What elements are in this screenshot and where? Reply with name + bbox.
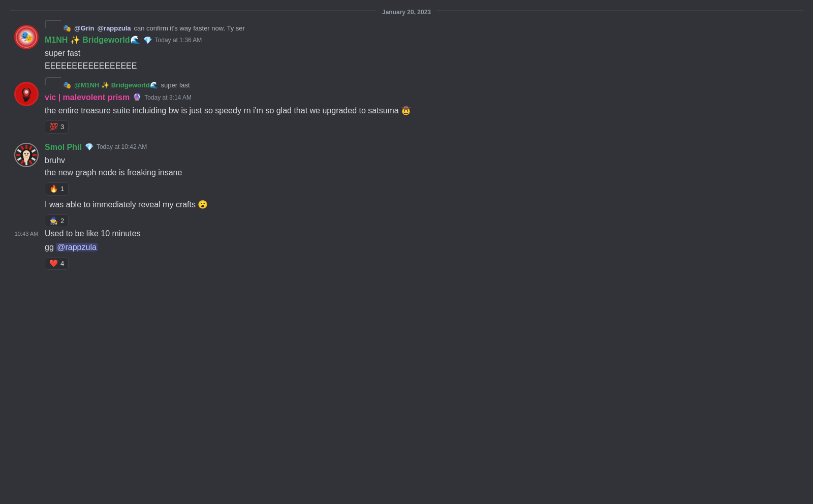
- reaction-fire-smol[interactable]: 🔥 1: [45, 182, 69, 195]
- message-text-gg: gg @rappzula: [45, 242, 805, 253]
- reaction-wizard-crafts[interactable]: 🧙 2: [45, 214, 69, 227]
- message-text-smol-2: the new graph node is freaking insane: [45, 167, 805, 178]
- timestamp-m1nh: Today at 1:36 AM: [155, 36, 202, 45]
- reaction-emoji-wizard: 🧙: [49, 216, 58, 226]
- reply-mention-rappzula[interactable]: @rappzula: [97, 24, 131, 33]
- username-m1nh[interactable]: M1NH ✨ Bridgeworld🌊: [45, 35, 140, 46]
- svg-point-19: [24, 153, 26, 154]
- message-group-vic: 🎭 @M1NH ✨ Bridgeworld🌊 super fast vic | …: [0, 79, 813, 136]
- reply-username-m1nh: @M1NH ✨ Bridgeworld🌊: [74, 81, 158, 90]
- message-group-smol: Smol Phil 💎 Today at 10:42 AM bruhv the …: [0, 140, 813, 198]
- reaction-heart-gg[interactable]: ❤️ 4: [45, 257, 69, 270]
- username-vic[interactable]: vic | malevolent prism: [45, 92, 130, 103]
- continued-message-10min: 10:43 AM Used to be like 10 minutes: [0, 228, 813, 241]
- avatar-col-smol: [8, 142, 45, 196]
- message-group-m1nh: 🎭 🎭 @Grin @rappzula can confirm it's way…: [0, 22, 813, 75]
- reactions-row-crafts: 🧙 2: [45, 212, 805, 227]
- message-text-10min: Used to be like 10 minutes: [45, 228, 805, 239]
- content-col-m1nh: 🎭 @Grin @rappzula can confirm it's way f…: [45, 24, 805, 73]
- content-col-10min: Used to be like 10 minutes: [45, 228, 805, 240]
- date-divider: January 20, 2023: [0, 0, 813, 21]
- message-text-vic-1: the entire treasure suite incluiding bw …: [45, 105, 805, 116]
- reply-username-grin: @Grin: [74, 24, 94, 33]
- content-col-vic: 🎭 @M1NH ✨ Bridgeworld🌊 super fast vic | …: [45, 81, 805, 134]
- reactions-row-smol-fire: 🔥 1: [45, 180, 805, 195]
- avatar-m1nh: 🎭: [14, 25, 39, 49]
- message-text-crafts: I was able to immediately reveal my craf…: [45, 199, 805, 210]
- message-header-m1nh: M1NH ✨ Bridgeworld🌊 💎 Today at 1:36 AM: [45, 35, 805, 46]
- reply-text-grin: can confirm it's way faster now. Ty ser: [134, 24, 245, 33]
- reaction-count-fire: 1: [60, 184, 64, 194]
- message-text-m1nh-2: EEEEEEEEEEEEEEEEE: [45, 60, 805, 72]
- reply-avatar-emoji-vic: 🎭: [63, 81, 71, 90]
- timestamp-smol: Today at 10:42 AM: [97, 143, 147, 151]
- message-text-m1nh-1: super fast: [45, 48, 805, 59]
- reactions-row-vic: 💯 3: [45, 118, 805, 133]
- reaction-count-heart: 4: [60, 259, 64, 268]
- continued-avatar-col-crafts: 10:43: [8, 199, 45, 228]
- content-col-smol: Smol Phil 💎 Today at 10:42 AM bruhv the …: [45, 142, 805, 196]
- svg-point-20: [27, 153, 28, 154]
- prism-emoji-vic: 🔮: [133, 92, 141, 102]
- reply-text-vic: super fast: [161, 81, 190, 90]
- reaction-emoji-100: 💯: [49, 122, 58, 132]
- avatar-col-vic: [8, 81, 45, 134]
- reaction-count-100: 3: [60, 122, 64, 132]
- reply-avatar-emoji: 🎭: [63, 24, 71, 33]
- reaction-count-wizard: 2: [60, 216, 64, 226]
- username-smol[interactable]: Smol Phil: [45, 142, 82, 153]
- reaction-emoji-fire: 🔥: [49, 184, 58, 194]
- message-text-smol-1: bruhv: [45, 155, 805, 166]
- svg-rect-5: [25, 145, 27, 149]
- avatar-vic: [14, 82, 39, 106]
- svg-rect-14: [16, 154, 21, 156]
- reply-bar-m1nh: 🎭 @Grin @rappzula can confirm it's way f…: [45, 24, 805, 33]
- content-col-gg: gg @rappzula ❤️ 4: [45, 242, 805, 270]
- continued-message-gg: 10:43 gg @rappzula ❤️ 4: [0, 241, 813, 271]
- reaction-emoji-heart: ❤️: [49, 259, 58, 268]
- diamond-icon-smol: 💎: [85, 142, 93, 152]
- reactions-row-gg: ❤️ 4: [45, 255, 805, 270]
- content-col-crafts: I was able to immediately reveal my craf…: [45, 199, 805, 228]
- avatar-col-m1nh: 🎭: [8, 24, 45, 73]
- avatar-smol: [14, 143, 39, 167]
- diamond-icon-m1nh: 💎: [143, 36, 152, 45]
- mention-rappzula[interactable]: @rappzula: [56, 243, 98, 251]
- timestamp-left-10min: 10:43 AM: [15, 230, 38, 238]
- continued-avatar-col-gg: 10:43: [8, 242, 45, 270]
- reaction-100-vic[interactable]: 💯 3: [45, 120, 69, 133]
- svg-rect-8: [32, 154, 37, 156]
- reply-bar-vic: 🎭 @M1NH ✨ Bridgeworld🌊 super fast: [45, 81, 805, 90]
- timestamp-col-10min: 10:43 AM: [8, 228, 45, 240]
- timestamp-vic: Today at 3:14 AM: [144, 93, 192, 102]
- message-header-vic: vic | malevolent prism 🔮 Today at 3:14 A…: [45, 92, 805, 103]
- message-header-smol: Smol Phil 💎 Today at 10:42 AM: [45, 142, 805, 153]
- continued-message-crafts: 10:43 I was able to immediately reveal m…: [0, 199, 813, 228]
